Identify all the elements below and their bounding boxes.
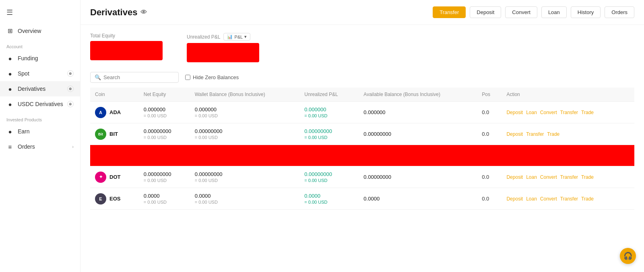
headphone-icon: 🎧 (623, 252, 632, 260)
unrealized-pnl-value (187, 43, 259, 62)
hide-zero-checkbox[interactable] (185, 75, 190, 80)
sidebar-item-funding[interactable]: ● Funding (0, 51, 80, 66)
sidebar-label-orders: Orders (18, 143, 35, 150)
loan-button[interactable]: Loan (541, 6, 567, 18)
pnl-btn-label: P&L (234, 35, 243, 39)
equity-section: Total Equity Unrealized P&L 📊 P&L ▾ (90, 33, 634, 62)
unrealized-cell-bit: 0.00000000= 0.00 USD (299, 123, 359, 145)
pos-cell-ada: 0.0 (477, 102, 502, 123)
col-action: Action (502, 88, 634, 102)
action-cell-dot: DepositLoanConvertTransferTrade (502, 166, 634, 188)
pnl-toggle-button[interactable]: 📊 P&L ▾ (223, 33, 250, 41)
table-header: Coin Net Equity Wallet Balance (Bonus In… (90, 88, 634, 102)
table-row: E EOS 0.0000= 0.00 USD0.0000= 0.00 USD0.… (90, 188, 634, 210)
action-transfer-eos[interactable]: Transfer (560, 196, 578, 202)
unrealized-cell-ada: 0.000000= 0.00 USD (299, 102, 359, 123)
action-transfer-dot[interactable]: Transfer (560, 174, 578, 180)
action-cell-ada: DepositLoanConvertTransferTrade (502, 102, 634, 123)
usdc-derivatives-icon: ● (6, 100, 14, 108)
available-cell-dot: 0.00000000 (359, 166, 477, 188)
pnl-chevron-icon: ▾ (244, 34, 247, 39)
deposit-button[interactable]: Deposit (470, 6, 501, 18)
coin-name-eos: EOS (109, 196, 120, 202)
pos-cell-eos: 0.0 (477, 188, 502, 210)
action-deposit-dot[interactable]: Deposit (506, 174, 523, 180)
sidebar-label-usdc-derivatives: USDC Derivatives (18, 101, 63, 107)
action-convert-dot[interactable]: Convert (540, 174, 557, 180)
coins-table: Coin Net Equity Wallet Balance (Bonus In… (90, 88, 634, 210)
orders-header-button[interactable]: Orders (605, 6, 634, 18)
hamburger-menu-icon[interactable]: ☰ (0, 5, 80, 23)
hide-zero-label[interactable]: Hide Zero Balances (185, 74, 239, 80)
pnl-chart-icon: 📊 (227, 34, 233, 39)
sidebar-item-spot[interactable]: ● Spot ⊕ (0, 66, 80, 81)
search-input[interactable] (103, 74, 174, 80)
col-net-equity: Net Equity (139, 88, 190, 102)
page-title-container: Derivatives 👁 (90, 7, 147, 18)
visibility-toggle-icon[interactable]: 👁 (140, 9, 147, 16)
coin-name-bit: BIT (109, 131, 118, 137)
available-cell-bit: 0.00000000 (359, 123, 477, 145)
coins-table-container: Coin Net Equity Wallet Balance (Bonus In… (90, 88, 634, 210)
orders-arrow-icon: › (72, 144, 74, 149)
action-deposit-bit[interactable]: Deposit (506, 131, 523, 137)
coin-name-dot: DOT (109, 174, 120, 180)
action-loan-dot[interactable]: Loan (526, 174, 537, 180)
col-available-balance: Available Balance (Bonus Inclusive) (359, 88, 477, 102)
sidebar-label-overview: Overview (18, 28, 41, 34)
table-body: A ADA 0.000000= 0.00 USD0.000000= 0.00 U… (90, 102, 634, 210)
sidebar: ☰ ⊞ Overview Account ● Funding ● Spot ⊕ … (0, 0, 80, 272)
redacted-bar (90, 145, 634, 166)
page-header: Derivatives 👁 Transfer Deposit Convert L… (80, 0, 644, 25)
action-trade-eos[interactable]: Trade (581, 196, 594, 202)
action-loan-ada[interactable]: Loan (526, 110, 537, 115)
col-wallet-balance: Wallet Balance (Bonus Inclusive) (190, 88, 300, 102)
convert-button[interactable]: Convert (505, 6, 537, 18)
unrealized-pnl-header: Unrealized P&L 📊 P&L ▾ (187, 33, 259, 41)
table-row: A ADA 0.000000= 0.00 USD0.000000= 0.00 U… (90, 102, 634, 123)
total-equity-label: Total Equity (90, 33, 163, 39)
net-equity-cell-ada: 0.000000= 0.00 USD (139, 102, 190, 123)
sidebar-item-usdc-derivatives[interactable]: ● USDC Derivatives ⊕ (0, 96, 80, 112)
sidebar-item-earn[interactable]: ● Earn (0, 124, 80, 139)
action-transfer-bit[interactable]: Transfer (526, 131, 544, 137)
action-trade-dot[interactable]: Trade (581, 174, 594, 180)
action-trade-ada[interactable]: Trade (581, 110, 594, 115)
action-deposit-ada[interactable]: Deposit (506, 110, 523, 115)
table-row: Bit BIT 0.00000000= 0.00 USD0.00000000= … (90, 123, 634, 145)
main-content: Derivatives 👁 Transfer Deposit Convert L… (80, 0, 644, 272)
action-transfer-ada[interactable]: Transfer (560, 110, 578, 115)
net-equity-cell-bit: 0.00000000= 0.00 USD (139, 123, 190, 145)
available-cell-eos: 0.0000 (359, 188, 477, 210)
history-button[interactable]: History (571, 6, 601, 18)
search-icon: 🔍 (95, 74, 101, 80)
transfer-button[interactable]: Transfer (433, 6, 466, 18)
wallet-balance-cell-bit: 0.00000000= 0.00 USD (190, 123, 300, 145)
action-convert-eos[interactable]: Convert (540, 196, 557, 202)
col-coin: Coin (90, 88, 139, 102)
action-convert-ada[interactable]: Convert (540, 110, 557, 115)
pos-cell-dot: 0.0 (477, 166, 502, 188)
table-row (90, 145, 634, 166)
wallet-balance-cell-eos: 0.0000= 0.00 USD (190, 188, 300, 210)
action-trade-bit[interactable]: Trade (547, 131, 559, 137)
action-loan-eos[interactable]: Loan (526, 196, 537, 202)
coin-name-ada: ADA (109, 109, 121, 115)
total-equity-block: Total Equity (90, 33, 163, 60)
sidebar-item-derivatives[interactable]: ● Derivatives ⊕ (0, 81, 80, 96)
sidebar-label-spot: Spot (18, 70, 29, 77)
spot-icon: ● (6, 70, 14, 77)
action-cell-eos: DepositLoanConvertTransferTrade (502, 188, 634, 210)
net-equity-cell-eos: 0.0000= 0.00 USD (139, 188, 190, 210)
coin-cell-bit: Bit BIT (90, 123, 139, 145)
support-button[interactable]: 🎧 (620, 248, 636, 264)
page-title: Derivatives (90, 7, 137, 18)
usdc-derivatives-badge: ⊕ (67, 101, 74, 107)
sidebar-item-overview[interactable]: ⊞ Overview (0, 23, 80, 39)
net-equity-cell-dot: 0.00000000= 0.00 USD (139, 166, 190, 188)
hide-zero-text: Hide Zero Balances (193, 74, 239, 80)
sidebar-item-orders[interactable]: ≡ Orders › (0, 139, 80, 154)
action-deposit-eos[interactable]: Deposit (506, 196, 523, 202)
col-pos: Pos (477, 88, 502, 102)
unrealized-cell-eos: 0.0000= 0.00 USD (299, 188, 359, 210)
